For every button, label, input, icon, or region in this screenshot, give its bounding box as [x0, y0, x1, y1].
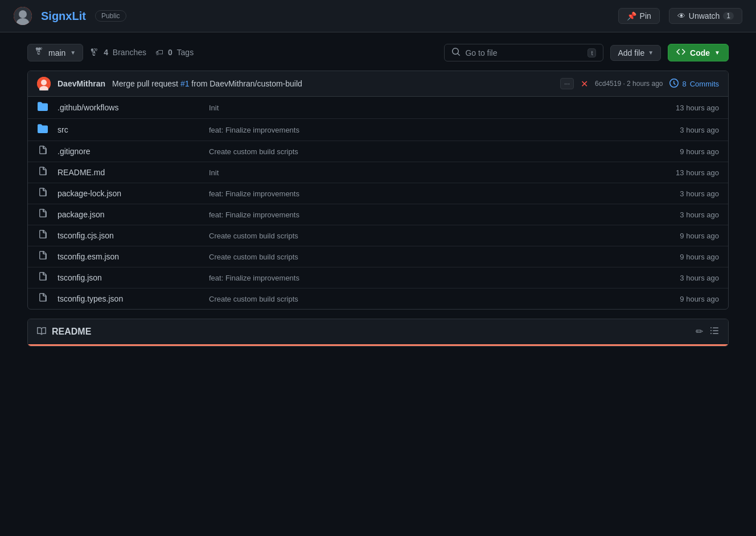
book-icon — [37, 327, 46, 337]
file-icon — [37, 209, 48, 220]
toolbar: main ▼ 4 Branches 🏷 0 Tags — [27, 44, 729, 61]
file-name-link[interactable]: README.md — [57, 168, 105, 177]
file-name-link[interactable]: src — [57, 125, 68, 134]
file-name: package-lock.json — [57, 189, 200, 198]
pin-button[interactable]: 📌 Pin — [618, 8, 660, 24]
file-name: tsconfig.cjs.json — [57, 231, 200, 240]
commit-author-avatar — [37, 77, 51, 90]
file-name-link[interactable]: tsconfig.json — [57, 273, 102, 282]
file-name: tsconfig.types.json — [57, 294, 200, 303]
commit-author-name[interactable]: DaevMithran — [57, 79, 105, 88]
readme-title: README — [52, 327, 690, 337]
unwatch-button[interactable]: 👁 Unwatch 1 — [669, 8, 742, 24]
commit-dots-button[interactable]: ··· — [560, 78, 574, 89]
repo-avatar — [14, 7, 32, 25]
edit-readme-icon[interactable]: ✏ — [696, 326, 703, 337]
file-name: tsconfig.esm.json — [57, 252, 200, 261]
file-commit-msg: Create custom build scripts — [209, 232, 671, 240]
pr-link[interactable]: #1 — [180, 79, 190, 88]
file-name-link[interactable]: tsconfig.esm.json — [57, 252, 119, 261]
table-row: README.md Init 13 hours ago — [28, 162, 728, 183]
file-commit-msg: Init — [209, 168, 667, 177]
toolbar-meta: 4 Branches 🏷 0 Tags — [90, 48, 194, 57]
file-icon — [37, 251, 48, 262]
repo-name[interactable]: SignxLit — [41, 10, 86, 23]
search-input[interactable] — [465, 48, 583, 57]
readme-header: README ✏ — [28, 319, 728, 346]
toc-readme-icon[interactable] — [710, 326, 719, 337]
search-box[interactable]: t — [444, 44, 603, 61]
branch-icon — [35, 47, 44, 58]
file-commit-msg: Create custom build scripts — [209, 147, 671, 156]
file-icon — [37, 188, 48, 199]
file-rows-container: .github/workflows Init 13 hours ago src … — [28, 97, 728, 309]
file-commit-msg: Create custom build scripts — [209, 295, 671, 303]
table-row: package.json feat: Finalize improvements… — [28, 204, 728, 225]
file-name-link[interactable]: package.json — [57, 210, 105, 219]
file-icon — [37, 272, 48, 283]
branches-link[interactable]: 4 Branches — [90, 48, 146, 57]
svg-point-4 — [41, 80, 47, 85]
file-commit-msg: feat: Finalize improvements — [209, 274, 671, 282]
table-row: package-lock.json feat: Finalize improve… — [28, 183, 728, 204]
table-row: tsconfig.types.json Create custom build … — [28, 288, 728, 309]
file-commit-msg: feat: Finalize improvements — [209, 126, 671, 134]
add-file-button[interactable]: Add file ▼ — [610, 45, 661, 61]
unwatch-count: 1 — [723, 12, 734, 20]
pin-icon: 📌 — [627, 11, 636, 20]
table-row: tsconfig.esm.json Create custom build sc… — [28, 246, 728, 267]
readme-section: README ✏ — [27, 319, 729, 347]
file-time: 13 hours ago — [676, 168, 719, 177]
file-name: .gitignore — [57, 147, 200, 156]
file-time: 3 hours ago — [680, 189, 719, 198]
commit-close-icon[interactable]: ✕ — [581, 79, 588, 89]
file-icon — [37, 146, 48, 157]
table-row: .gitignore Create custom build scripts 9… — [28, 141, 728, 162]
code-button[interactable]: Code ▼ — [668, 44, 729, 61]
commit-hash: 6cd4519 · 2 hours ago — [595, 80, 663, 88]
folder-icon — [37, 123, 48, 136]
file-name: package.json — [57, 210, 200, 219]
file-name: src — [57, 125, 200, 134]
folder-icon — [37, 101, 48, 114]
file-name-link[interactable]: tsconfig.cjs.json — [57, 231, 114, 240]
commit-header-row: DaevMithran Merge pull request #1 from D… — [28, 71, 728, 97]
visibility-badge: Public — [95, 10, 126, 22]
readme-actions: ✏ — [696, 326, 719, 337]
file-icon — [37, 230, 48, 241]
file-time: 3 hours ago — [680, 126, 719, 134]
file-time: 13 hours ago — [676, 104, 719, 112]
file-icon — [37, 167, 48, 178]
file-name-link[interactable]: tsconfig.types.json — [57, 294, 123, 303]
table-row: src feat: Finalize improvements 3 hours … — [28, 119, 728, 141]
code-icon — [676, 47, 685, 58]
commit-hash-link[interactable]: 6cd4519 — [595, 80, 621, 88]
main-content: main ▼ 4 Branches 🏷 0 Tags — [14, 32, 742, 358]
commits-link[interactable]: 8 Commits — [669, 79, 719, 89]
search-icon — [451, 47, 461, 58]
file-name-link[interactable]: package-lock.json — [57, 189, 121, 198]
table-row: .github/workflows Init 13 hours ago — [28, 97, 728, 119]
file-commit-msg: Init — [209, 104, 667, 112]
file-time: 9 hours ago — [680, 147, 719, 156]
file-time: 9 hours ago — [680, 295, 719, 303]
table-row: tsconfig.json feat: Finalize improvement… — [28, 267, 728, 288]
tags-link[interactable]: 🏷 0 Tags — [155, 48, 194, 57]
commit-message: Merge pull request #1 from DaevMithran/c… — [112, 79, 553, 88]
branch-icon-small — [90, 48, 104, 57]
branch-name: main — [48, 48, 65, 57]
file-time: 3 hours ago — [680, 211, 719, 219]
svg-point-1 — [19, 10, 27, 18]
file-name-link[interactable]: .gitignore — [57, 147, 91, 156]
chevron-down-icon: ▼ — [70, 50, 76, 56]
chevron-down-icon-add: ▼ — [648, 50, 654, 56]
clock-icon — [669, 79, 679, 89]
file-time: 3 hours ago — [680, 274, 719, 282]
top-header: SignxLit Public 📌 Pin 👁 Unwatch 1 — [0, 0, 756, 32]
file-name: README.md — [57, 168, 200, 177]
file-commit-msg: feat: Finalize improvements — [209, 211, 671, 219]
branch-selector[interactable]: main ▼ — [27, 44, 83, 61]
file-name-link[interactable]: .github/workflows — [57, 103, 118, 112]
tag-icon: 🏷 — [155, 48, 163, 57]
search-key: t — [587, 48, 596, 57]
